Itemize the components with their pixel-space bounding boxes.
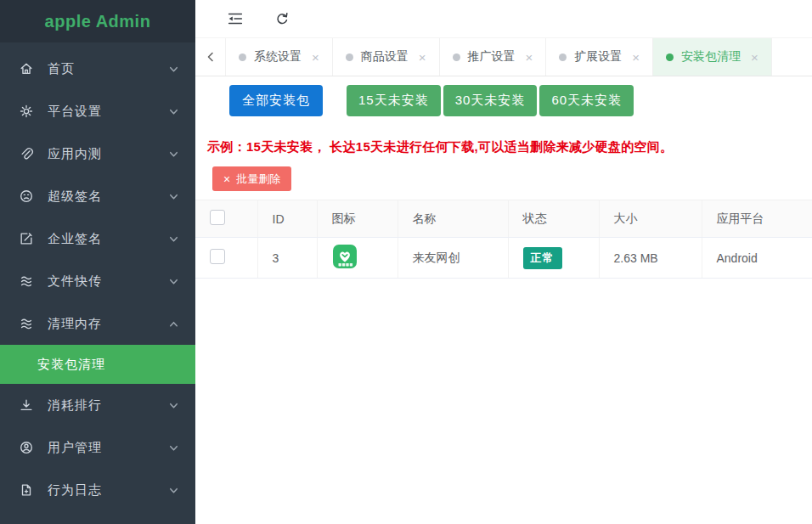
tab-label: 扩展设置 (574, 49, 622, 65)
chevron-left-icon[interactable] (195, 38, 226, 76)
batch-delete-button[interactable]: × 批量删除 (212, 166, 291, 191)
column-header-id: ID (257, 200, 317, 238)
status-badge: 正常 (523, 247, 562, 269)
tab-extension-settings[interactable]: 扩展设置 × (546, 38, 653, 76)
chevron-down-icon (168, 63, 180, 75)
top-header (195, 0, 812, 38)
tab-status-dot (666, 54, 674, 61)
select-all-checkbox[interactable] (210, 210, 225, 225)
main-area: 系统设置 × 商品设置 × 推广设置 × 扩展设置 × 安装包清理 × 全部安装… (195, 0, 812, 524)
sidebar-item-label: 企业签名 (48, 231, 168, 247)
tab-product-settings[interactable]: 商品设置 × (333, 38, 440, 76)
paperclip-icon (19, 146, 34, 161)
cell-size: 2.63 MB (599, 238, 702, 279)
sidebar-item-consumption-rank[interactable]: 消耗排行 (0, 384, 195, 426)
cell-platform: Android (702, 238, 812, 279)
sidebar-item-label: 清理内存 (48, 316, 168, 332)
close-icon[interactable]: × (312, 50, 319, 65)
row-checkbox[interactable] (210, 249, 225, 264)
sidebar-item-home[interactable]: 首页 (0, 48, 195, 90)
app-logo: apple Admin (0, 0, 195, 42)
column-header-icon: 图标 (317, 200, 398, 238)
sidebar-item-super-signature[interactable]: 超级签名 (0, 175, 195, 217)
example-notice-text: 示例：15天未安装， 长达15天未进行任何下载,可以适当删除来减少硬盘的空间。 (207, 139, 812, 155)
header-checkbox-cell (195, 200, 257, 238)
sidebar-item-label: 用户管理 (48, 440, 168, 456)
sidebar-item-label: 文件快传 (48, 273, 168, 290)
chevron-down-icon (168, 233, 180, 245)
all-packages-button[interactable]: 全部安装包 (229, 85, 323, 116)
tab-status-dot (559, 54, 567, 61)
chevron-down-icon (168, 105, 180, 117)
user-icon (19, 440, 34, 455)
close-icon: × (223, 173, 230, 185)
chevron-down-icon (168, 148, 180, 160)
column-header-size: 大小 (599, 200, 702, 238)
menu-fold-icon[interactable] (225, 8, 245, 29)
refresh-icon[interactable] (272, 8, 292, 29)
chevron-down-icon (168, 190, 180, 202)
sidebar-item-clean-memory[interactable]: 清理内存 (0, 302, 195, 345)
close-icon[interactable]: × (419, 50, 426, 65)
filter-button-row: 全部安装包 15天未安装 30天未安装 60天未安装 (229, 85, 812, 116)
sidebar-item-behavior-log[interactable]: 行为日志 (0, 469, 195, 511)
sidebar-item-label: 平台设置 (48, 104, 168, 120)
tab-promotion-settings[interactable]: 推广设置 × (440, 38, 547, 76)
sidebar-item-label: 消耗排行 (48, 397, 168, 414)
file-icon (19, 482, 34, 498)
tab-status-dot (453, 54, 460, 61)
sidebar-item-label: 行为日志 (48, 482, 168, 499)
sidebar-item-label: 应用内测 (48, 146, 168, 162)
column-header-platform: 应用平台 (702, 200, 812, 238)
tab-status-dot (239, 54, 246, 61)
tab-label: 商品设置 (361, 49, 409, 65)
tab-bar: 系统设置 × 商品设置 × 推广设置 × 扩展设置 × 安装包清理 × (195, 38, 812, 76)
sidebar-item-platform-settings[interactable]: 平台设置 (0, 90, 195, 132)
sidebar-item-app-beta[interactable]: 应用内测 (0, 132, 195, 175)
tab-label: 系统设置 (254, 49, 302, 65)
close-icon[interactable]: × (632, 50, 640, 65)
chevron-down-icon (168, 399, 180, 411)
content-panel: 全部安装包 15天未安装 30天未安装 60天未安装 示例：15天未安装， 长达… (195, 76, 812, 524)
sidebar-nav: 首页 平台设置 应用内测 超级签名 企业签名 文件快传 (0, 42, 195, 511)
not-installed-30d-button[interactable]: 30天未安装 (443, 85, 538, 116)
cell-id: 3 (257, 238, 317, 279)
edit-icon (19, 231, 34, 246)
sidebar-item-label: 首页 (48, 61, 168, 77)
sidebar: apple Admin 首页 平台设置 应用内测 超级签名 企业签名 (0, 0, 195, 524)
not-installed-60d-button[interactable]: 60天未安装 (539, 85, 634, 116)
app-icon (332, 258, 358, 272)
sidebar-subitem-package-clean[interactable]: 安装包清理 (0, 345, 195, 384)
cell-name: 来友网创 (398, 238, 508, 279)
tab-label: 安装包清理 (681, 49, 741, 65)
tab-package-clean[interactable]: 安装包清理 × (653, 38, 772, 76)
sidebar-item-label: 超级签名 (48, 189, 168, 205)
cell-status: 正常 (508, 238, 599, 279)
chevron-up-icon (168, 318, 180, 330)
chevron-down-icon (168, 442, 180, 454)
packages-table: ID 图标 名称 状态 大小 应用平台 3 (195, 200, 812, 279)
column-header-name: 名称 (398, 200, 508, 238)
layers-icon (19, 316, 34, 331)
table-row: 3 (195, 238, 812, 279)
batch-delete-row: × 批量删除 (212, 166, 812, 191)
sidebar-item-user-management[interactable]: 用户管理 (0, 426, 195, 469)
gear-icon (19, 104, 34, 119)
column-header-status: 状态 (508, 200, 599, 238)
download-icon (19, 397, 34, 413)
layers-icon (19, 273, 34, 289)
not-installed-15d-button[interactable]: 15天未安装 (347, 85, 441, 116)
sidebar-item-enterprise-signature[interactable]: 企业签名 (0, 217, 195, 260)
chevron-down-icon (168, 484, 180, 496)
table-header-row: ID 图标 名称 状态 大小 应用平台 (195, 200, 812, 238)
batch-delete-label: 批量删除 (236, 172, 280, 187)
tab-system-settings[interactable]: 系统设置 × (226, 38, 333, 76)
row-checkbox-cell (195, 238, 257, 279)
cell-icon (317, 238, 398, 279)
tab-status-dot (346, 54, 353, 61)
close-icon[interactable]: × (526, 50, 533, 65)
close-icon[interactable]: × (751, 50, 758, 65)
chevron-down-icon (168, 275, 180, 287)
home-icon (19, 61, 34, 76)
sidebar-item-file-transfer[interactable]: 文件快传 (0, 260, 195, 302)
